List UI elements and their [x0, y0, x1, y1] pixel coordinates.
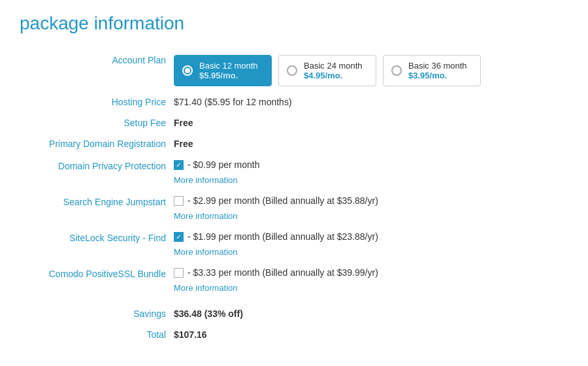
plan-option-basic36[interactable]: Basic 36 month $3.95/mo. [383, 55, 481, 86]
comodo-more-info[interactable]: More information [174, 283, 564, 293]
sitelock-checkbox[interactable] [174, 232, 184, 242]
hosting-price-value: $71.40 ($5.95 for 12 months) [174, 97, 292, 107]
search-engine-row: - $2.99 per month (Billed annually at $3… [174, 195, 564, 221]
hosting-price-label: Hosting Price [112, 97, 166, 107]
comodo-row: - $3.33 per month (Billed annually at $3… [174, 267, 564, 293]
sitelock-description: - $1.99 per month (Billed annually at $2… [188, 231, 378, 242]
sitelock-more-info[interactable]: More information [174, 247, 564, 257]
plan-title-basic12: Basic 12 month [199, 61, 258, 71]
account-plan-options: Basic 12 month $5.95/mo. Basic 24 month … [174, 55, 564, 86]
search-engine-checkbox[interactable] [174, 196, 184, 206]
plan-text-basic12: Basic 12 month $5.95/mo. [199, 61, 258, 80]
primary-domain-label: Primary Domain Registration [49, 139, 166, 149]
setup-fee-label: Setup Fee [123, 118, 166, 128]
search-engine-checkbox-line: - $2.99 per month (Billed annually at $3… [174, 195, 564, 206]
plan-option-basic12[interactable]: Basic 12 month $5.95/mo. [174, 55, 272, 86]
plan-title-basic24: Basic 24 month [304, 61, 363, 71]
total-label: Total [146, 329, 166, 340]
domain-privacy-checkbox-line: - $0.99 per month [174, 159, 564, 170]
plan-text-basic24: Basic 24 month $4.95/mo. [304, 61, 363, 80]
plan-price-basic12: $5.95/mo. [199, 71, 258, 80]
plan-radio-basic24 [287, 65, 297, 76]
comodo-checkbox-line: - $3.33 per month (Billed annually at $3… [174, 267, 564, 278]
plan-radio-basic12 [182, 65, 193, 76]
page-title: package information [20, 13, 568, 34]
domain-privacy-label: Domain Privacy Protection [58, 161, 166, 171]
account-plan-label: Account Plan [112, 55, 167, 65]
domain-privacy-more-info[interactable]: More information [174, 175, 564, 185]
search-engine-label: Search Engine Jumpstart [63, 197, 166, 207]
comodo-description: - $3.33 per month (Billed annually at $3… [188, 267, 378, 278]
savings-label: Savings [133, 308, 166, 319]
plan-price-basic24: $4.95/mo. [304, 71, 363, 80]
plan-option-basic24[interactable]: Basic 24 month $4.95/mo. [278, 55, 376, 86]
sitelock-label: SiteLock Security - Find [69, 233, 166, 243]
total-value: $107.16 [174, 329, 207, 340]
comodo-label: Comodo PositiveSSL Bundle [49, 269, 166, 279]
search-engine-more-info[interactable]: More information [174, 211, 564, 221]
sitelock-checkbox-line: - $1.99 per month (Billed annually at $2… [174, 231, 564, 242]
plan-radio-basic36 [391, 65, 402, 76]
comodo-checkbox[interactable] [174, 268, 184, 278]
sitelock-row: - $1.99 per month (Billed annually at $2… [174, 231, 564, 257]
plan-text-basic36: Basic 36 month $3.95/mo. [408, 61, 467, 80]
domain-privacy-row: - $0.99 per month More information [174, 159, 564, 185]
domain-privacy-description: - $0.99 per month [188, 159, 260, 170]
setup-fee-value: Free [174, 118, 193, 128]
search-engine-description: - $2.99 per month (Billed annually at $3… [188, 195, 378, 206]
savings-value: $36.48 (33% off) [174, 308, 243, 319]
plan-price-basic36: $3.95/mo. [408, 71, 467, 80]
primary-domain-value: Free [174, 139, 193, 149]
domain-privacy-checkbox[interactable] [174, 160, 184, 170]
plan-title-basic36: Basic 36 month [408, 61, 467, 71]
